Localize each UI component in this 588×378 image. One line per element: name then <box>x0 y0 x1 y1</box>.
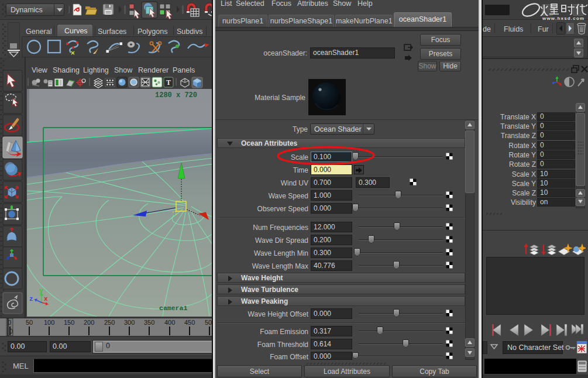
svg-text:x: x <box>44 295 48 303</box>
svg-text:0: 0 <box>9 328 13 335</box>
svg-text:z: z <box>29 295 33 303</box>
svg-text:T: T <box>166 78 171 87</box>
svg-text:1280 x 720: 1280 x 720 <box>155 91 197 99</box>
svg-text:450: 450 <box>184 319 195 326</box>
svg-text:350: 350 <box>144 319 154 326</box>
svg-text:50: 50 <box>26 319 33 326</box>
svg-text:200: 200 <box>84 319 94 326</box>
svg-text:www.hxsd.com: www.hxsd.com <box>542 16 584 21</box>
svg-text:camera1: camera1 <box>159 304 187 312</box>
svg-text:150: 150 <box>64 319 74 326</box>
svg-text:y: y <box>39 287 43 294</box>
svg-text:100: 100 <box>44 319 54 326</box>
svg-text:300: 300 <box>124 319 135 326</box>
svg-text:250: 250 <box>104 319 115 326</box>
svg-text:400: 400 <box>164 319 175 326</box>
